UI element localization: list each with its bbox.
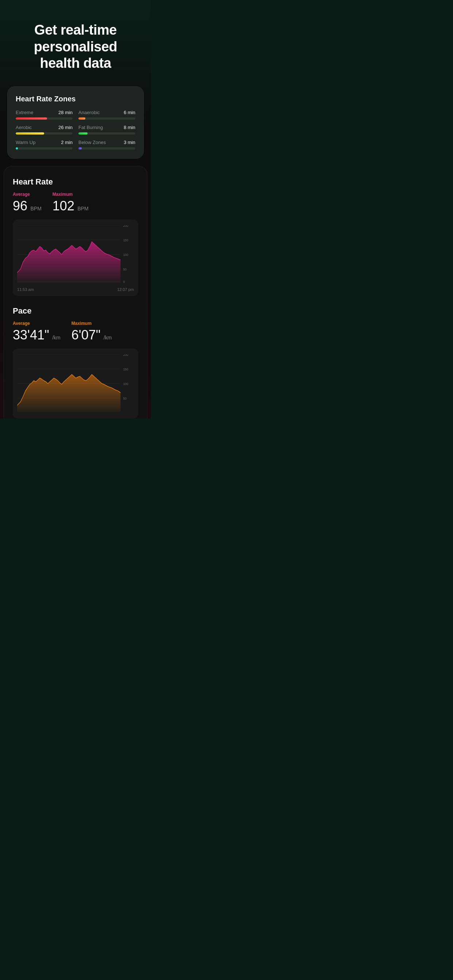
svg-text:100: 100 — [123, 382, 128, 385]
zone-bar-bg-warm-up — [16, 147, 73, 150]
svg-text:100: 100 — [123, 253, 128, 256]
zones-card-title: Heart Rate Zones — [16, 95, 135, 103]
pace-average-value-row: 33'41" /km — [13, 328, 61, 343]
zones-grid: Extreme 28 min Anaerobic 6 min — [16, 110, 135, 150]
zone-name-anaerobic: Anaerobic — [78, 110, 100, 115]
zone-header-fat-burning: Fat Burning 8 min — [78, 125, 135, 130]
heart-rate-average-value: 96 — [13, 198, 27, 213]
pace-maximum-value: 6'07" — [72, 328, 100, 342]
heart-rate-chart-end-time: 12:07 pm — [117, 287, 134, 292]
svg-text:0: 0 — [123, 280, 125, 283]
pace-maximum-block: Maximum 6'07" /km — [72, 321, 112, 343]
svg-text:150: 150 — [123, 238, 128, 242]
zone-bar-fill-below-zones — [78, 147, 82, 150]
pace-maximum-value-row: 6'07" /km — [72, 328, 112, 343]
zone-name-below-zones: Below Zones — [78, 140, 106, 145]
hero-title: Get real-time personalised health data — [14, 22, 136, 72]
zone-bar-bg-aerobic — [16, 132, 73, 135]
zone-bar-bg-extreme — [16, 118, 73, 119]
pace-stats-row: Average 33'41" /km Maximum 6'07" /km — [13, 321, 138, 343]
zone-item-fat-burning: Fat Burning 8 min — [78, 125, 135, 135]
svg-text:150: 150 — [123, 367, 128, 371]
zone-bar-bg-below-zones — [78, 147, 135, 150]
zone-item-aerobic: Aerobic 26 min — [16, 125, 73, 135]
heart-rate-chart-x-labels: 11:53 am 12:07 pm — [17, 287, 134, 292]
zone-bar-bg-anaerobic — [78, 118, 135, 119]
phone-section: Heart Rate Average 96 BPM Maximum 102 — [4, 166, 147, 418]
svg-text:200: 200 — [123, 225, 128, 228]
zone-name-extreme: Extreme — [16, 110, 33, 115]
heart-rate-average-value-row: 96 BPM — [13, 198, 41, 214]
zones-card: Heart Rate Zones Extreme 28 min Anaerobi… — [7, 86, 144, 159]
pace-area — [17, 374, 120, 412]
heart-rate-maximum-value-row: 102 BPM — [53, 198, 89, 214]
heart-rate-maximum-unit: BPM — [77, 205, 88, 212]
heart-rate-maximum-label: Maximum — [53, 192, 89, 197]
heart-rate-stats-row: Average 96 BPM Maximum 102 BPM — [13, 192, 138, 214]
zone-header-warm-up: Warm Up 2 min — [16, 140, 73, 145]
pace-average-label: Average — [13, 321, 61, 326]
pace-average-unit: /km — [52, 335, 61, 340]
zone-header-extreme: Extreme 28 min — [16, 110, 73, 115]
pace-title: Pace — [13, 306, 138, 316]
phone-inner: Heart Rate Average 96 BPM Maximum 102 — [4, 166, 147, 418]
zone-bar-fill-anaerobic — [78, 118, 85, 119]
pace-chart-container: 200 150 100 50 — [13, 348, 138, 418]
zone-bar-fill-warm-up — [16, 147, 18, 150]
heart-rate-maximum-value: 102 — [53, 198, 74, 213]
hero-section: Get real-time personalised health data — [0, 0, 151, 83]
heart-rate-average-unit: BPM — [30, 205, 41, 212]
svg-text:200: 200 — [123, 355, 128, 356]
zone-bar-bg-fat-burning — [78, 132, 135, 135]
zone-item-extreme: Extreme 28 min — [16, 110, 73, 119]
zone-time-anaerobic: 6 min — [124, 110, 135, 115]
zone-header-aerobic: Aerobic 26 min — [16, 125, 73, 130]
zone-time-warm-up: 2 min — [61, 140, 73, 145]
heart-rate-chart-start-time: 11:53 am — [17, 287, 34, 292]
zone-header-below-zones: Below Zones 3 min — [78, 140, 135, 145]
heart-rate-chart-svg: 200 150 100 50 0 — [17, 225, 134, 284]
heart-rate-average-label: Average — [13, 192, 41, 197]
zone-item-below-zones: Below Zones 3 min — [78, 140, 135, 150]
zone-item-warm-up: Warm Up 2 min — [16, 140, 73, 150]
pace-maximum-label: Maximum — [72, 321, 112, 326]
zone-name-aerobic: Aerobic — [16, 125, 32, 130]
zone-time-aerobic: 26 min — [58, 125, 73, 130]
zone-time-extreme: 28 min — [58, 110, 73, 115]
heart-rate-average-block: Average 96 BPM — [13, 192, 41, 214]
zone-bar-fill-fat-burning — [78, 132, 88, 135]
pace-average-value: 33'41" — [13, 328, 49, 342]
page-wrapper: Get real-time personalised health data H… — [0, 0, 151, 418]
zone-time-below-zones: 3 min — [124, 140, 135, 145]
pace-section: Pace Average 33'41" /km Maximum 6'07" — [13, 306, 138, 418]
pace-chart-svg: 200 150 100 50 — [17, 355, 134, 413]
zone-time-fat-burning: 8 min — [124, 125, 135, 130]
heart-rate-title: Heart Rate — [13, 177, 138, 187]
zone-bar-fill-extreme — [16, 118, 47, 119]
heart-rate-chart-container: 200 150 100 50 0 11:53 am 12:07 pm — [13, 220, 138, 296]
heart-rate-maximum-block: Maximum 102 BPM — [53, 192, 89, 214]
heart-rate-section: Heart Rate Average 96 BPM Maximum 102 — [13, 177, 138, 296]
pace-average-block: Average 33'41" /km — [13, 321, 61, 343]
pace-maximum-unit: /km — [104, 335, 112, 340]
zone-bar-fill-aerobic — [16, 132, 44, 135]
svg-text:50: 50 — [123, 267, 126, 271]
zone-name-warm-up: Warm Up — [16, 140, 35, 145]
zone-header-anaerobic: Anaerobic 6 min — [78, 110, 135, 115]
zone-name-fat-burning: Fat Burning — [78, 125, 103, 130]
svg-text:50: 50 — [123, 396, 126, 400]
zone-item-anaerobic: Anaerobic 6 min — [78, 110, 135, 119]
